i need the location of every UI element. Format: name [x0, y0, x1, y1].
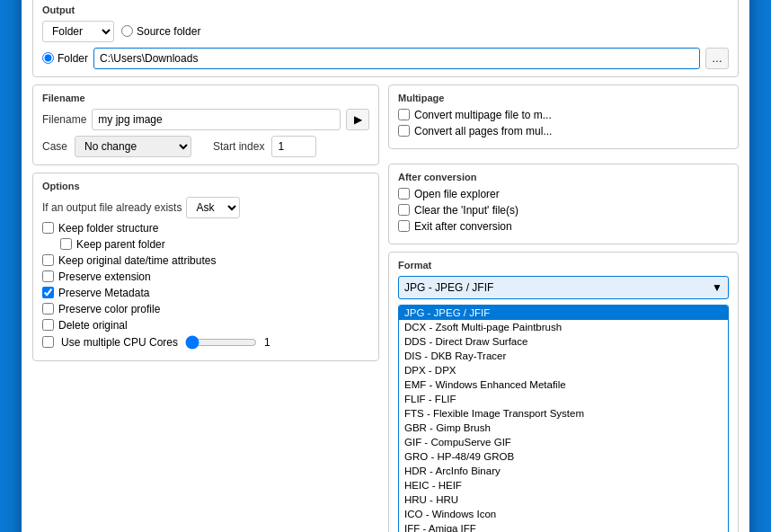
folder-path-input[interactable]: C:\Users\Downloads [93, 48, 700, 69]
keep-parent-label: Keep parent folder [76, 238, 165, 251]
case-row: Case No change Start index 1 [42, 136, 369, 157]
preserve-metadata-checkbox[interactable] [42, 287, 54, 298]
right-side: Multipage Convert multipage file to m...… [388, 84, 739, 533]
left-column: Filename Filename my jpg image ▶ Case No… [32, 84, 379, 533]
format-item-hdr[interactable]: HDR - ArcInfo Binary [399, 464, 728, 478]
clear-input-checkbox[interactable] [398, 204, 410, 216]
convert-all-pages-checkbox[interactable] [398, 125, 410, 137]
open-explorer-row[interactable]: Open file explorer [398, 188, 729, 200]
filename-row: Filename my jpg image ▶ [42, 109, 369, 130]
format-selected-label: JPG - JPEG / JFIF [404, 281, 493, 294]
output-section: Output Folder Source folder Folder C:\Us… [32, 0, 739, 77]
keep-datetime-row[interactable]: Keep original date/time attributes [42, 254, 369, 267]
multipage-section: Multipage Convert multipage file to m...… [388, 84, 739, 149]
start-index-input[interactable]: 1 [271, 136, 316, 157]
keep-folder-row[interactable]: Keep folder structure [42, 222, 369, 235]
exit-after-row[interactable]: Exit after conversion [398, 220, 729, 233]
format-section-label: Format [398, 260, 729, 270]
exit-after-checkbox[interactable] [398, 220, 410, 232]
folder-row: Folder C:\Users\Downloads … [42, 48, 729, 69]
folder-radio[interactable]: Folder [42, 52, 88, 65]
format-list[interactable]: JPG - JPEG / JFIF DCX - Zsoft Multi-page… [398, 305, 729, 533]
format-item-ico[interactable]: ICO - Windows Icon [399, 507, 728, 521]
after-conversion-section: After conversion Open file explorer Clea… [388, 164, 739, 244]
cpu-slider-value: 1 [264, 336, 270, 349]
keep-folder-label: Keep folder structure [58, 222, 158, 235]
format-item-dis[interactable]: DIS - DKB Ray-Tracer [399, 349, 728, 363]
two-col-layout: Filename Filename my jpg image ▶ Case No… [32, 84, 739, 533]
format-item-heic[interactable]: HEIC - HEIF [399, 478, 728, 492]
source-folder-label: Source folder [137, 25, 200, 38]
preserve-extension-label: Preserve extension [58, 270, 151, 283]
convert-all-pages-row[interactable]: Convert all pages from mul... [398, 125, 729, 137]
clear-input-row[interactable]: Clear the 'Input' file(s) [398, 204, 729, 217]
case-label: Case [42, 140, 67, 153]
format-item-dds[interactable]: DDS - Direct Draw Surface [399, 334, 728, 349]
open-explorer-label: Open file explorer [414, 188, 500, 200]
format-dropdown-arrow: ▼ [712, 281, 722, 294]
folder-radio-input[interactable] [42, 52, 54, 64]
cpu-cores-row[interactable]: Use multiple CPU Cores 1 [42, 335, 369, 350]
source-folder-radio[interactable]: Source folder [121, 25, 200, 38]
exit-after-label: Exit after conversion [414, 220, 512, 233]
filename-section: Filename Filename my jpg image ▶ Case No… [32, 84, 379, 165]
if-exists-label: If an output file already exists [42, 201, 182, 214]
convert-all-pages-label: Convert all pages from mul... [414, 125, 552, 137]
format-item-hru[interactable]: HRU - HRU [399, 492, 728, 507]
cpu-cores-checkbox[interactable] [42, 336, 54, 348]
format-item-dpx[interactable]: DPX - DPX [399, 363, 728, 377]
format-item-fts[interactable]: FTS - Flexible Image Transport System [399, 406, 728, 421]
folder-radio-label: Folder [58, 52, 88, 65]
format-item-gbr[interactable]: GBR - Gimp Brush [399, 421, 728, 435]
folder-browse-button[interactable]: … [705, 48, 729, 69]
output-section-label: Output [42, 4, 729, 15]
convert-multipage-label: Convert multipage file to m... [414, 109, 552, 121]
filename-section-label: Filename [42, 93, 369, 103]
format-item-dcx[interactable]: DCX - Zsoft Multi-page Paintbrush [399, 320, 728, 334]
cpu-cores-label: Use multiple CPU Cores [61, 336, 178, 349]
keep-folder-checkbox[interactable] [42, 222, 54, 234]
options-section: Options If an output file already exists… [32, 173, 379, 361]
preserve-extension-checkbox[interactable] [42, 270, 54, 282]
multipage-section-label: Multipage [398, 93, 729, 103]
keep-datetime-checkbox[interactable] [42, 254, 54, 266]
output-type-row: Folder Source folder [42, 21, 729, 42]
format-item-jpg-top[interactable]: JPG - JPEG / JFIF [399, 306, 728, 320]
format-selected-dropdown[interactable]: JPG - JPEG / JFIF ▼ [398, 276, 729, 299]
keep-parent-checkbox[interactable] [60, 238, 72, 250]
main-window: 🐾 XnConvert ─ □ ✕ Input: 1 file(s) Actio… [22, 0, 749, 532]
format-item-iff-amiga[interactable]: IFF - Amiga IFF [399, 521, 728, 533]
preserve-color-row[interactable]: Preserve color profile [42, 303, 369, 315]
source-folder-radio-input[interactable] [121, 25, 133, 37]
filename-label: Filename [42, 113, 86, 126]
preserve-metadata-row[interactable]: Preserve Metadata [42, 287, 369, 299]
delete-original-checkbox[interactable] [42, 319, 54, 331]
delete-original-label: Delete original [58, 319, 128, 332]
format-item-flif[interactable]: FLIF - FLIF [399, 392, 728, 406]
clear-input-label: Clear the 'Input' file(s) [414, 204, 518, 217]
format-item-gif[interactable]: GIF - CompuServe GIF [399, 435, 728, 449]
preserve-color-label: Preserve color profile [58, 303, 160, 315]
format-item-gro[interactable]: GRO - HP-48/49 GROB [399, 449, 728, 464]
delete-original-row[interactable]: Delete original [42, 319, 369, 332]
keep-datetime-label: Keep original date/time attributes [58, 254, 216, 267]
format-item-emf[interactable]: EMF - Windows Enhanced Metafile [399, 377, 728, 392]
if-exists-dropdown[interactable]: Ask [186, 197, 240, 218]
filename-arrow-button[interactable]: ▶ [346, 109, 369, 130]
convert-multipage-row[interactable]: Convert multipage file to m... [398, 109, 729, 121]
main-content: Output Folder Source folder Folder C:\Us… [22, 0, 749, 532]
preserve-extension-row[interactable]: Preserve extension [42, 270, 369, 283]
case-dropdown[interactable]: No change [75, 136, 191, 157]
after-conversion-label: After conversion [398, 172, 729, 182]
options-section-label: Options [42, 181, 369, 191]
filename-input[interactable]: my jpg image [92, 109, 341, 130]
convert-multipage-checkbox[interactable] [398, 109, 410, 120]
open-explorer-checkbox[interactable] [398, 188, 410, 200]
preserve-color-checkbox[interactable] [42, 303, 54, 315]
cpu-slider[interactable] [185, 335, 257, 350]
format-section: Format JPG - JPEG / JFIF ▼ JPG - JPEG / … [388, 252, 739, 533]
preserve-metadata-label: Preserve Metadata [58, 287, 149, 299]
output-type-dropdown[interactable]: Folder [42, 21, 114, 42]
keep-parent-row[interactable]: Keep parent folder [60, 238, 369, 251]
if-exists-row: If an output file already exists Ask [42, 197, 369, 218]
